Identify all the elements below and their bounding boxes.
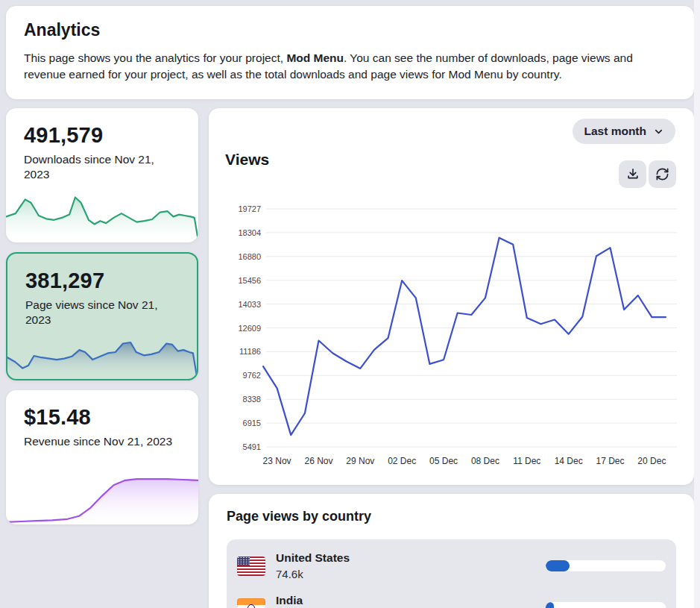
country-progress-fill — [546, 560, 570, 571]
chevron-down-icon — [653, 126, 664, 137]
svg-text:18304: 18304 — [238, 228, 261, 237]
svg-text:6915: 6915 — [243, 419, 261, 427]
svg-text:20 Dec: 20 Dec — [637, 456, 666, 466]
svg-text:02 Dec: 02 Dec — [388, 456, 416, 466]
country-progress-track — [546, 602, 666, 608]
country-row-united-states: United States 74.6k — [227, 545, 676, 587]
page-views-value: 381,297 — [25, 269, 179, 293]
country-page-views: 74.6k — [276, 568, 535, 580]
downloads-sparkline — [6, 189, 198, 242]
stat-card-revenue[interactable]: $15.48 Revenue since Nov 21, 2023 — [6, 390, 198, 524]
svg-text:9762: 9762 — [243, 371, 261, 380]
svg-text:15456: 15456 — [238, 276, 261, 285]
page-title: Analytics — [24, 20, 676, 40]
svg-text:29 Nov: 29 Nov — [346, 456, 374, 466]
description-pre: This page shows you the analytics for yo… — [24, 51, 286, 64]
svg-text:5491: 5491 — [243, 442, 261, 451]
page-header-card: Analytics This page shows you the analyt… — [6, 6, 694, 99]
country-info: United States 74.6k — [276, 551, 535, 580]
page-description: This page shows you the analytics for yo… — [24, 50, 676, 83]
us-flag-icon — [237, 557, 265, 576]
chart-title: Views — [225, 151, 269, 169]
svg-text:11 Dec: 11 Dec — [513, 456, 540, 466]
svg-text:19727: 19727 — [238, 204, 261, 213]
country-list: United States 74.6k India — [227, 539, 676, 608]
country-row-india: India — [227, 587, 676, 608]
country-progress-fill — [546, 602, 554, 608]
analytics-page: Analytics This page shows you the analyt… — [0, 0, 700, 608]
country-name: United States — [276, 551, 535, 565]
svg-text:14 Dec: 14 Dec — [555, 456, 583, 466]
views-panel: Last month Views 54916915833897621118612… — [209, 108, 694, 485]
svg-text:05 Dec: 05 Dec — [429, 456, 458, 466]
views-line-chart: 5491691583389762111861260914033154561688… — [224, 192, 686, 474]
refresh-icon — [655, 167, 669, 181]
svg-text:14033: 14033 — [238, 300, 261, 309]
country-name: India — [276, 594, 535, 607]
export-chart-button[interactable] — [619, 160, 646, 188]
revenue-value: $15.48 — [24, 405, 180, 430]
page-scrollbar[interactable] — [694, 0, 700, 608]
downloads-value: 491,579 — [24, 123, 180, 148]
download-icon — [625, 167, 640, 182]
india-flag-icon — [237, 598, 265, 608]
page-views-label: Page views since Nov 21, 2023 — [25, 298, 179, 327]
svg-text:11186: 11186 — [239, 347, 261, 356]
svg-text:26 Nov: 26 Nov — [304, 456, 332, 466]
revenue-label: Revenue since Nov 21, 2023 — [24, 434, 180, 449]
downloads-label: Downloads since Nov 21, 2023 — [24, 152, 180, 182]
stat-card-downloads[interactable]: 491,579 Downloads since Nov 21, 2023 — [6, 108, 198, 242]
svg-text:16880: 16880 — [238, 252, 261, 261]
country-panel-title: Page views by country — [227, 509, 676, 524]
svg-text:8338: 8338 — [243, 395, 261, 404]
stat-card-page-views[interactable]: 381,297 Page views since Nov 21, 2023 — [6, 252, 198, 380]
date-range-selector[interactable]: Last month — [573, 119, 675, 144]
refresh-chart-button[interactable] — [649, 160, 676, 188]
svg-text:23 Nov: 23 Nov — [263, 456, 291, 466]
svg-text:08 Dec: 08 Dec — [471, 456, 499, 466]
country-panel: Page views by country United States 74.6… — [209, 494, 694, 608]
svg-text:12609: 12609 — [238, 324, 261, 333]
svg-text:17 Dec: 17 Dec — [596, 456, 625, 466]
revenue-sparkline — [6, 465, 198, 524]
country-progress-track — [546, 560, 666, 571]
project-name: Mod Menu — [286, 51, 344, 64]
date-range-label: Last month — [584, 125, 646, 138]
page-views-sparkline — [7, 325, 197, 379]
country-info: India — [276, 594, 535, 608]
